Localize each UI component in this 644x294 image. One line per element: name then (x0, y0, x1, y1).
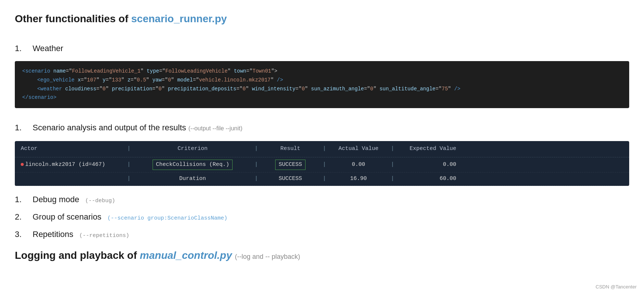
table-row: | Duration | SUCCESS | 16.90 | 60.00 (15, 173, 629, 186)
weather-heading: 1. Weather (15, 36, 629, 58)
code-line-2: <ego_vehicle x="107" y="133" z="0.5" yaw… (22, 76, 622, 85)
cell-criterion-2: Duration (133, 175, 252, 183)
results-table: Actor | Criterion | Result | Actual Valu… (15, 141, 629, 186)
cell-expected-1: 0.00 (397, 161, 456, 169)
cell-actual-1: 0.00 (329, 161, 388, 169)
list-label-rep: Repetitions (33, 228, 73, 240)
col-header-expected: Expected Value (397, 145, 456, 153)
scenario-label: Scenario analysis and output of the resu… (33, 121, 243, 134)
scenario-num: 1. (15, 121, 27, 134)
cell-result-2: SUCCESS (261, 175, 320, 183)
title-prefix: Other functionalities of (15, 13, 131, 24)
code-line-4: </scenario> (22, 93, 622, 102)
table-header: Actor | Criterion | Result | Actual Valu… (15, 141, 629, 157)
bottom-link[interactable]: manual_control.py (140, 250, 232, 261)
col-header-actor: Actor (21, 145, 124, 153)
bottom-title: Logging and playback of manual_control.p… (15, 248, 629, 263)
col-header-result: Result (261, 145, 320, 153)
list-num-1: 1. (15, 193, 27, 206)
code-line-1: <scenario name="FollowLeadingVehicle_1" … (22, 67, 622, 76)
list-item-debug: 1. Debug mode (--debug) (15, 193, 629, 206)
list-code-group: (--scenario group:ScenarioClassName) (107, 214, 227, 223)
weather-label: Weather (33, 42, 63, 54)
scenario-analysis-heading: 1. Scenario analysis and output of the r… (15, 115, 629, 137)
cell-expected-2: 60.00 (397, 175, 456, 183)
dot-red-icon (21, 163, 24, 166)
bottom-suffix: (--log and -- playback) (235, 253, 300, 260)
list-num-3: 3. (15, 228, 27, 240)
list-num-2: 2. (15, 211, 27, 223)
list-code-debug: (--debug) (85, 197, 115, 206)
list-section: 1. Debug mode (--debug) 2. Group of scen… (15, 193, 629, 240)
table-row: lincoln.mkz2017 (id=467) | CheckCollisio… (15, 157, 629, 173)
page-title: Other functionalities of scenario_runner… (15, 11, 629, 27)
cell-actual-2: 16.90 (329, 175, 388, 183)
list-code-rep: (--repetitions) (79, 232, 129, 240)
scenario-sub: (--output --file --junit) (188, 125, 243, 131)
title-link[interactable]: scenario_runner.py (131, 13, 227, 24)
list-item-group: 2. Group of scenarios (--scenario group:… (15, 211, 629, 223)
bottom-prefix: Logging and playback of (15, 250, 140, 261)
code-tag-scenario: <scenario (22, 68, 50, 74)
cell-actor-1: lincoln.mkz2017 (id=467) (21, 161, 124, 169)
list-item-rep: 3. Repetitions (--repetitions) (15, 228, 629, 240)
col-header-actual: Actual Value (329, 145, 388, 153)
code-block: <scenario name="FollowLeadingVehicle_1" … (15, 61, 629, 108)
weather-num: 1. (15, 42, 27, 54)
code-line-3: <weather cloudiness="0" precipitation="0… (22, 85, 622, 94)
cell-result-1: SUCCESS (261, 160, 320, 170)
list-label-debug: Debug mode (33, 193, 79, 206)
col-header-criterion: Criterion (133, 145, 252, 153)
cell-criterion-1: CheckCollisions (Req.) (133, 160, 252, 170)
list-label-group: Group of scenarios (33, 211, 101, 223)
